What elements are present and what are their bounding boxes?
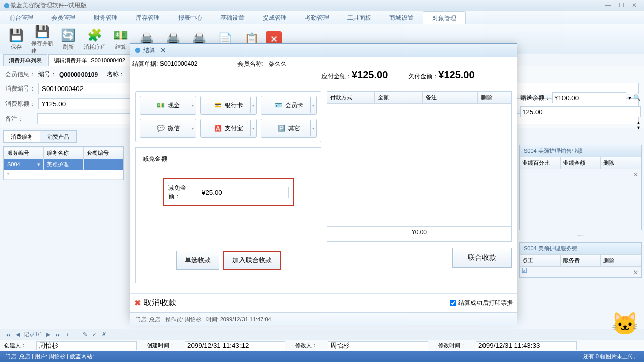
nav-save-icon[interactable]: ✓ [91, 331, 98, 338]
small-col: 删除 [601, 157, 641, 169]
bill-no-label: 结算单据: [132, 60, 158, 67]
dropdown-icon[interactable]: ▾ [628, 94, 631, 101]
pay-微信[interactable]: 💬微信▾ [140, 119, 196, 138]
service-grid: 服务编号服务名称套餐编号 S004 ▾ 美颈护理 * [4, 147, 123, 180]
dialog-footer: 门店: 总店 操作员: 周怡杉 时间: 2099/12/31 11:47:04 [130, 312, 517, 326]
gift-balance-label: 赠送余额： [520, 94, 550, 102]
add-union-collect-button[interactable]: 加入联合收款 [223, 251, 281, 270]
creator-input[interactable] [36, 341, 137, 350]
ptable-col: 备注 [423, 92, 478, 103]
nav-cancel-icon[interactable]: ✗ [101, 331, 107, 338]
spin-down-icon[interactable]: ▼ [636, 125, 641, 130]
pay-会员卡[interactable]: 🪪会员卡▾ [261, 96, 317, 115]
ptable-col: 付款方式 [327, 92, 375, 103]
chevron-down-icon[interactable]: ▾ [310, 120, 315, 136]
statusbar: 门店: 总店 | 用户: 周怡杉 | 傲蓝网站: 还有 0 幅图片未上传。 [0, 351, 644, 362]
nav-last-icon[interactable]: ⏭ [54, 332, 62, 338]
close-button[interactable]: ✕ [628, 2, 641, 10]
toolbar-结算[interactable]: 💵结算 [109, 26, 133, 52]
col-header: 服务名称 [44, 147, 84, 159]
menu-8[interactable]: 工具面板 [338, 11, 380, 24]
nav-del-icon[interactable]: − [73, 332, 78, 338]
chevron-down-icon[interactable]: ▾ [250, 120, 255, 136]
status-right: 还有 0 幅图片未上传。 [583, 353, 639, 360]
remark-label: 备注： [5, 115, 34, 123]
subtab-0[interactable]: 消费服务 [3, 130, 40, 143]
spin-up-icon[interactable]: ▲ [636, 120, 641, 125]
nav-first-icon[interactable]: ⏮ [4, 332, 12, 338]
due-label: 应付金额： [321, 73, 352, 80]
waive-input[interactable] [200, 187, 289, 198]
ctime-label: 创建时间： [147, 342, 175, 349]
union-collect-button[interactable]: 联合收款 [452, 248, 512, 268]
menu-10[interactable]: 对象管理 [423, 11, 466, 24]
menu-9[interactable]: 商城设置 [380, 11, 423, 24]
pay-icon: 🅰️ [214, 125, 222, 132]
minimize-button[interactable]: — [602, 2, 615, 10]
pay-icon: 🪪 [275, 102, 282, 109]
payment-table: 付款方式金额备注删除 ¥0.00 [327, 91, 512, 242]
small-col: 删除 [601, 254, 641, 267]
toolbar-刷新[interactable]: 🔄刷新 [56, 26, 80, 52]
menu-2[interactable]: 财务管理 [85, 11, 127, 24]
pay-现金[interactable]: 💵现金▾ [140, 96, 196, 115]
ptable-col: 删除 [478, 92, 511, 103]
toolbar-icon: 💾 [34, 24, 50, 40]
small-col: 服务费 [560, 254, 601, 267]
gift-balance-input[interactable] [552, 92, 626, 103]
menu-3[interactable]: 库存管理 [127, 11, 169, 24]
dialog-close-button[interactable]: ✕ [157, 46, 169, 54]
nav-next-icon[interactable]: ▶ [45, 331, 51, 338]
sales-perf-panel: S004 美颈护理销售业绩 业绩百分比业绩金额删除 ✕ [519, 145, 642, 230]
service-fee-panel: S004 美颈护理服务费 点工服务费删除 ☑ ✕ [519, 242, 642, 278]
pay-icon: 💬 [157, 125, 165, 132]
nav-edit-icon[interactable]: ✎ [82, 331, 88, 338]
splitter-icon[interactable]: ┈┈ [519, 232, 642, 239]
table-row[interactable]: S004 ▾ 美颈护理 [4, 159, 123, 170]
chevron-down-icon[interactable]: ▾ [310, 97, 315, 113]
menu-7[interactable]: 考勤管理 [296, 11, 338, 24]
pay-支付宝[interactable]: 🅰️支付宝▾ [200, 119, 257, 138]
member-id-label: 编号： [38, 70, 56, 79]
toolbar-消耗疗程[interactable]: 🧩消耗疗程 [83, 26, 107, 52]
menu-1[interactable]: 会员管理 [42, 11, 85, 24]
menu-4[interactable]: 报表中心 [169, 11, 211, 24]
checkbox-icon[interactable]: ☑ [520, 265, 529, 276]
pay-icon: 💳 [214, 102, 222, 109]
single-collect-button[interactable]: 单选收款 [176, 251, 219, 270]
right-amount-input[interactable] [520, 106, 641, 117]
nav-add-icon[interactable]: + [65, 332, 70, 338]
pay-其它[interactable]: 🅿️其它▾ [261, 119, 317, 138]
dialog-icon [134, 47, 141, 54]
chevron-down-icon[interactable]: ▾ [190, 97, 195, 113]
print-after-checkbox[interactable]: 结算成功后打印票据 [450, 299, 513, 307]
member-name: 柒久久 [269, 60, 287, 67]
nav-prev-icon[interactable]: ◀ [15, 331, 21, 338]
payment-methods: 💵现金▾💳银行卡▾🪪会员卡▾💬微信▾🅰️支付宝▾🅿️其它▾ [135, 91, 321, 142]
due-amount: ¥125.00 [352, 69, 388, 80]
subtab-1[interactable]: 消费产品 [40, 130, 77, 143]
toolbar-保存[interactable]: 💾保存 [4, 26, 28, 52]
cancel-collect-button[interactable]: ✖ 取消收款 [134, 298, 176, 308]
maximize-button[interactable]: ☐ [615, 2, 628, 10]
pay-银行卡[interactable]: 💳银行卡▾ [200, 96, 257, 115]
menu-0[interactable]: 前台管理 [0, 11, 42, 24]
close-icon[interactable]: ✕ [633, 171, 638, 178]
owe-amount: ¥125.00 [438, 69, 474, 80]
menubar: 前台管理会员管理财务管理库存管理报表中心基础设置提成管理考勤管理工具面板商城设置… [0, 11, 644, 24]
close-icon[interactable]: ✕ [633, 269, 638, 276]
chevron-down-icon[interactable]: ▾ [190, 120, 195, 136]
pay-icon: 🅿️ [278, 125, 285, 132]
modifier-input[interactable] [328, 341, 428, 350]
mtime-input[interactable] [476, 341, 577, 350]
toolbar-保存并新建[interactable]: 💾保存并新建 [30, 23, 54, 56]
tab-0[interactable]: 消费开单列表 [3, 54, 47, 66]
menu-5[interactable]: 基础设置 [211, 11, 254, 24]
chevron-down-icon[interactable]: ▾ [250, 97, 255, 113]
menu-6[interactable]: 提成管理 [254, 11, 296, 24]
settlement-dialog: 结算 ✕ 结算单据: S0010000402 会员名称: 柒久久 应付金额：¥1… [130, 43, 517, 319]
ctime-input[interactable] [185, 341, 285, 350]
lookup-icon[interactable]: 🔍 [633, 94, 641, 101]
svg-point-1 [135, 48, 141, 53]
tab-1[interactable]: 编辑消费开单--S0010000402 [48, 54, 131, 66]
